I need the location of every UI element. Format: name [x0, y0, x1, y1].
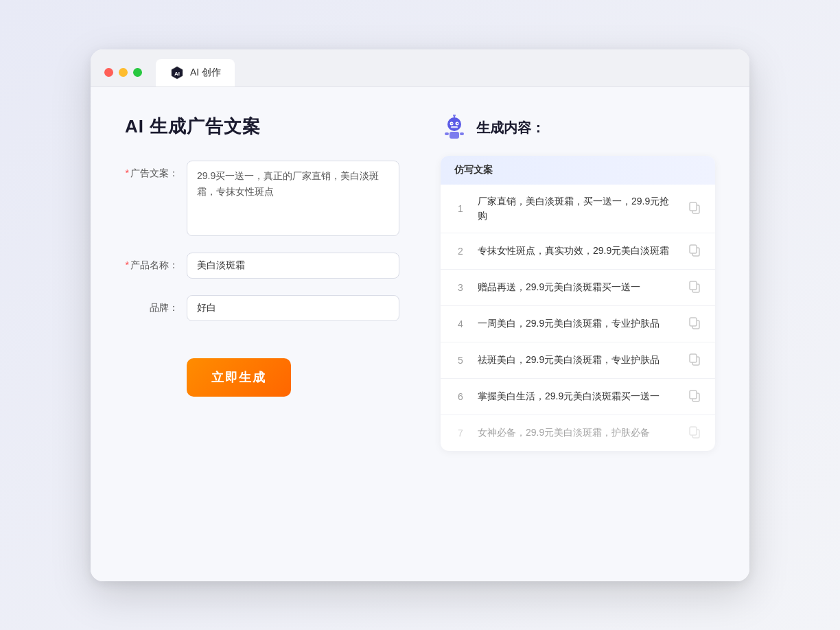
content-area: AI 生成广告文案 *广告文案： *产品名称： 品牌： 立: [91, 87, 749, 581]
brand-group: 品牌：: [125, 295, 399, 321]
svg-rect-11: [445, 132, 449, 135]
svg-point-2: [447, 117, 461, 131]
robot-icon: [441, 115, 468, 142]
svg-rect-16: [690, 245, 697, 253]
result-text: 厂家直销，美白淡斑霜，买一送一，29.9元抢购: [478, 194, 677, 223]
result-number: 6: [454, 391, 467, 402]
ai-icon: AI: [170, 65, 185, 80]
svg-point-6: [457, 123, 458, 124]
svg-rect-20: [690, 318, 697, 326]
minimize-button[interactable]: [119, 68, 128, 77]
traffic-lights: [104, 68, 142, 77]
result-number: 3: [454, 282, 467, 293]
tab-label: AI 创作: [190, 67, 221, 79]
list-item: 3赠品再送，29.9元美白淡斑霜买一送一: [441, 270, 715, 306]
list-item: 6掌握美白生活，29.9元美白淡斑霜买一送一: [441, 379, 715, 415]
right-header: 生成内容：: [441, 115, 715, 142]
svg-rect-24: [690, 390, 697, 399]
ad-copy-textarea[interactable]: [187, 161, 399, 236]
svg-rect-10: [450, 132, 459, 139]
left-panel: AI 生成广告文案 *广告文案： *产品名称： 品牌： 立: [125, 115, 399, 547]
copy-button[interactable]: [688, 279, 701, 296]
results-container: 仿写文案 1厂家直销，美白淡斑霜，买一送一，29.9元抢购 2专抹女性斑点，真实…: [441, 156, 715, 451]
copy-button[interactable]: [688, 352, 701, 369]
list-item: 5祛斑美白，29.9元美白淡斑霜，专业护肤品: [441, 342, 715, 379]
list-item: 4一周美白，29.9元美白淡斑霜，专业护肤品: [441, 306, 715, 342]
list-item: 7女神必备，29.9元美白淡斑霜，护肤必备: [441, 415, 715, 451]
required-mark-2: *: [126, 259, 129, 270]
result-number: 7: [454, 428, 467, 439]
right-panel: 生成内容： 仿写文案 1厂家直销，美白淡斑霜，买一送一，29.9元抢购 2专抹女…: [441, 115, 715, 547]
results-list: 1厂家直销，美白淡斑霜，买一送一，29.9元抢购 2专抹女性斑点，真实功效，29…: [441, 185, 715, 451]
svg-rect-9: [451, 126, 458, 128]
result-text: 掌握美白生活，29.9元美白淡斑霜买一送一: [478, 389, 677, 404]
close-button[interactable]: [104, 68, 113, 77]
page-title: AI 生成广告文案: [125, 115, 399, 139]
ad-copy-label: *广告文案：: [125, 161, 187, 180]
brand-input[interactable]: [187, 295, 399, 321]
copy-button[interactable]: [688, 200, 701, 217]
right-title: 生成内容：: [476, 119, 545, 137]
result-text: 祛斑美白，29.9元美白淡斑霜，专业护肤品: [478, 353, 677, 367]
product-name-label: *产品名称：: [125, 253, 187, 272]
svg-rect-18: [690, 281, 697, 290]
svg-rect-22: [690, 354, 697, 362]
generate-button[interactable]: 立即生成: [187, 358, 291, 397]
copy-button[interactable]: [688, 388, 701, 405]
result-number: 5: [454, 355, 467, 366]
svg-point-5: [452, 123, 453, 124]
brand-label: 品牌：: [125, 295, 187, 315]
result-number: 4: [454, 318, 467, 329]
copy-button[interactable]: [688, 425, 701, 441]
result-number: 1: [454, 203, 467, 214]
ad-copy-group: *广告文案：: [125, 161, 399, 236]
title-bar: AI AI 创作: [91, 49, 749, 87]
list-item: 2专抹女性斑点，真实功效，29.9元美白淡斑霜: [441, 233, 715, 270]
svg-rect-12: [460, 132, 464, 135]
copy-button[interactable]: [688, 243, 701, 259]
svg-point-8: [453, 115, 456, 117]
required-mark: *: [126, 167, 129, 178]
product-name-input[interactable]: [187, 253, 399, 279]
result-text: 女神必备，29.9元美白淡斑霜，护肤必备: [478, 425, 677, 440]
result-text: 专抹女性斑点，真实功效，29.9元美白淡斑霜: [478, 244, 677, 258]
results-header: 仿写文案: [441, 156, 715, 185]
product-name-group: *产品名称：: [125, 253, 399, 279]
result-text: 赠品再送，29.9元美白淡斑霜买一送一: [478, 280, 677, 294]
result-number: 2: [454, 246, 467, 257]
list-item: 1厂家直销，美白淡斑霜，买一送一，29.9元抢购: [441, 185, 715, 233]
svg-rect-26: [690, 427, 697, 435]
result-text: 一周美白，29.9元美白淡斑霜，专业护肤品: [478, 316, 677, 331]
browser-window: AI AI 创作 AI 生成广告文案 *广告文案： *产品名称：: [91, 49, 749, 581]
tab-ai-creation[interactable]: AI AI 创作: [156, 59, 235, 86]
maximize-button[interactable]: [133, 68, 142, 77]
svg-rect-14: [690, 202, 697, 211]
svg-text:AI: AI: [174, 71, 180, 77]
copy-button[interactable]: [688, 316, 701, 332]
